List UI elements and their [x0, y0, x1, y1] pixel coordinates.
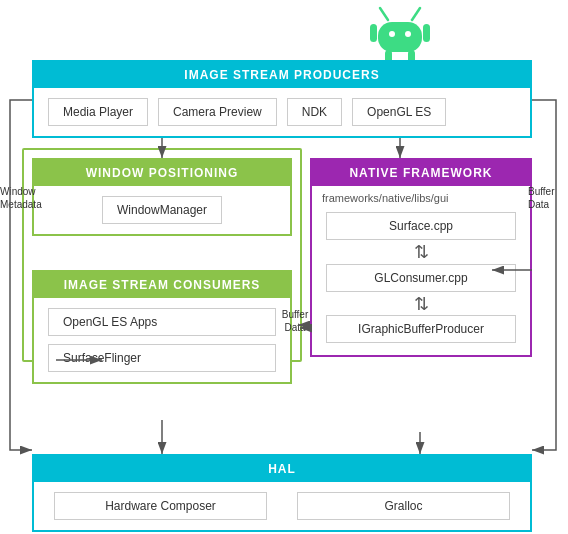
hal-box: HAL Hardware Composer Gralloc: [32, 454, 532, 532]
hal-hardware-composer: Hardware Composer: [54, 492, 267, 520]
svg-point-8: [405, 31, 411, 37]
producers-header: IMAGE STREAM PRODUCERS: [34, 62, 530, 88]
label-window-metadata: Window Metadata: [0, 185, 38, 211]
diagram-container: IMAGE STREAM PRODUCERS Media Player Came…: [0, 0, 568, 534]
consumers-box: IMAGE STREAM CONSUMERS OpenGL ES Apps Su…: [32, 270, 292, 384]
native-framework-box: NATIVE FRAMEWORK frameworks/native/libs/…: [310, 158, 532, 357]
window-positioning-header: WINDOW POSITIONING: [34, 160, 290, 186]
hal-items: Hardware Composer Gralloc: [34, 482, 530, 530]
svg-rect-4: [423, 24, 430, 42]
svg-line-0: [380, 8, 388, 20]
arrow-down-2: ⇅: [414, 294, 429, 316]
svg-rect-2: [378, 22, 422, 52]
svg-rect-3: [370, 24, 377, 42]
producer-media-player: Media Player: [48, 98, 148, 126]
hal-header: HAL: [34, 456, 530, 482]
producers-items: Media Player Camera Preview NDK OpenGL E…: [34, 88, 530, 136]
arrow-down-1: ⇅: [414, 242, 429, 264]
native-glconsumer-cpp: GLConsumer.cpp: [326, 264, 516, 292]
label-buffer-data-center: Buffer Data: [276, 308, 314, 334]
svg-line-1: [412, 8, 420, 20]
producers-box: IMAGE STREAM PRODUCERS Media Player Came…: [32, 60, 532, 138]
android-robot: [370, 2, 430, 62]
producer-camera-preview: Camera Preview: [158, 98, 277, 126]
label-buffer-data-right: Buffer Data: [528, 185, 566, 211]
hal-gralloc: Gralloc: [297, 492, 510, 520]
native-framework-path: frameworks/native/libs/gui: [312, 186, 530, 206]
window-manager-item: WindowManager: [102, 196, 222, 224]
window-positioning-box: WINDOW POSITIONING WindowManager: [32, 158, 292, 236]
consumers-items: OpenGL ES Apps SurfaceFlinger: [34, 298, 290, 382]
consumers-header: IMAGE STREAM CONSUMERS: [34, 272, 290, 298]
window-positioning-items: WindowManager: [34, 186, 290, 234]
native-surface-cpp: Surface.cpp: [326, 212, 516, 240]
consumer-surfaceflinger: SurfaceFlinger: [48, 344, 276, 372]
producer-ndk: NDK: [287, 98, 342, 126]
native-framework-header: NATIVE FRAMEWORK: [312, 160, 530, 186]
native-framework-items: Surface.cpp ⇅ GLConsumer.cpp ⇅ IGraphicB…: [312, 206, 530, 355]
svg-point-7: [389, 31, 395, 37]
native-igraphicbuffer: IGraphicBufferProducer: [326, 315, 516, 343]
producer-opengl-es: OpenGL ES: [352, 98, 446, 126]
consumer-opengl-apps: OpenGL ES Apps: [48, 308, 276, 336]
